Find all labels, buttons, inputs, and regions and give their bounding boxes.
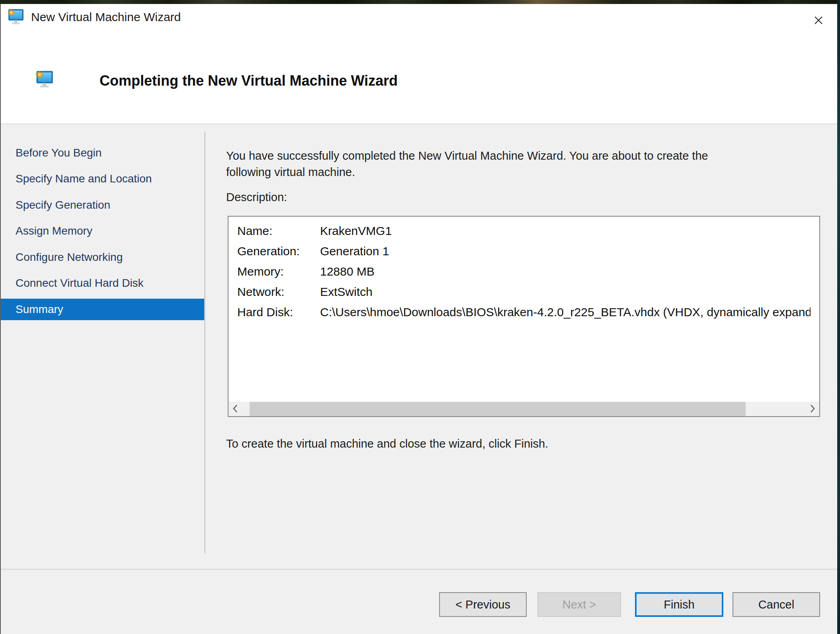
wizard-steps-nav: Before You Begin Specify Name and Locati… (1, 125, 205, 320)
sidebar-item-specify-name-and-location[interactable]: Specify Name and Location (1, 166, 205, 192)
vm-wizard-app-icon (7, 8, 24, 28)
row-value: KrakenVMG1 (320, 224, 811, 238)
cancel-button[interactable]: Cancel (733, 592, 820, 617)
title-bar: New Virtual Machine Wizard (1, 4, 837, 32)
sidebar-item-before-you-begin[interactable]: Before You Begin (1, 140, 205, 166)
chevron-right-icon (808, 403, 817, 415)
horizontal-scrollbar[interactable] (229, 402, 819, 416)
intro-text: You have successfully completed the New … (226, 148, 807, 180)
sidebar-divider (204, 131, 205, 554)
previous-button[interactable]: < Previous (439, 592, 527, 617)
wizard-header: Completing the New Virtual Machine Wizar… (1, 32, 837, 125)
summary-row-memory: Memory: 12880 MB (237, 261, 811, 282)
sidebar-item-assign-memory[interactable]: Assign Memory (1, 218, 205, 245)
sidebar-item-summary[interactable]: Summary (1, 299, 205, 320)
summary-rows: Name: KrakenVMG1 Generation: Generation … (229, 217, 811, 322)
intro-line-2: following virtual machine. (226, 164, 807, 180)
close-button[interactable] (810, 13, 827, 29)
row-label: Network: (237, 285, 320, 299)
finish-button[interactable]: Finish (635, 592, 723, 617)
row-value: Generation 1 (320, 245, 811, 258)
window-title: New Virtual Machine Wizard (31, 10, 181, 24)
summary-row-hard-disk: Hard Disk: C:\Users\hmoe\Downloads\BIOS\… (237, 302, 811, 322)
summary-row-generation: Generation: Generation 1 (237, 241, 811, 261)
scroll-left-button[interactable] (229, 402, 243, 416)
desktop-wallpaper-top-edge (0, 0, 840, 4)
wizard-content: Before You Begin Specify Name and Locati… (1, 125, 837, 569)
finish-instruction: To create the virtual machine and close … (226, 437, 548, 450)
scrollbar-thumb[interactable] (250, 402, 746, 416)
sidebar-item-specify-generation[interactable]: Specify Generation (1, 192, 205, 218)
row-label: Generation: (237, 245, 320, 258)
summary-row-name: Name: KrakenVMG1 (237, 221, 811, 241)
description-box: Name: KrakenVMG1 Generation: Generation … (228, 216, 820, 417)
desktop-wallpaper-right-edge (837, 0, 840, 634)
intro-line-1: You have successfully completed the New … (226, 148, 807, 164)
close-icon (813, 15, 824, 27)
scroll-right-button[interactable] (805, 402, 819, 416)
row-label: Hard Disk: (237, 305, 320, 319)
next-button: Next > (537, 592, 621, 617)
row-label: Memory: (237, 265, 320, 278)
sidebar-item-connect-virtual-hard-disk[interactable]: Connect Virtual Hard Disk (1, 270, 205, 297)
vm-wizard-page-icon (34, 70, 54, 91)
row-value: C:\Users\hmoe\Downloads\BIOS\kraken-4.2.… (320, 305, 811, 319)
row-value: ExtSwitch (320, 285, 811, 299)
chevron-left-icon (231, 403, 240, 415)
description-label: Description: (226, 191, 287, 204)
row-label: Name: (237, 224, 320, 238)
page-title: Completing the New Virtual Machine Wizar… (100, 72, 398, 89)
sidebar-item-configure-networking[interactable]: Configure Networking (1, 244, 205, 270)
row-value: 12880 MB (320, 265, 811, 278)
summary-row-network: Network: ExtSwitch (237, 282, 811, 302)
